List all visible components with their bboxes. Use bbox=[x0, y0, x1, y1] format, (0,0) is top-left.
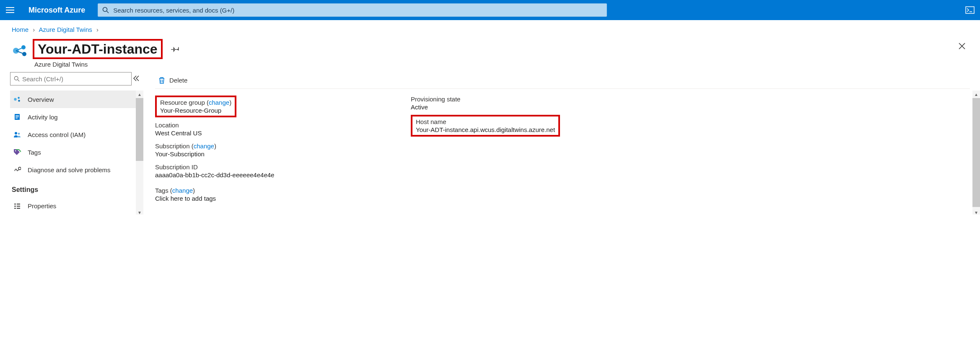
breadcrumb-home[interactable]: Home bbox=[12, 26, 29, 33]
add-tags-link[interactable]: Click here to add tags bbox=[155, 195, 407, 202]
sidebar-item-access-control[interactable]: Access control (IAM) bbox=[10, 126, 143, 143]
delete-button-label: Delete bbox=[169, 77, 187, 84]
sidebar-item-activity-log[interactable]: Activity log bbox=[10, 108, 143, 126]
sidebar-item-diagnose[interactable]: Diagnose and solve problems bbox=[10, 161, 143, 178]
page-subtitle: Azure Digital Twins bbox=[34, 61, 182, 68]
svg-point-17 bbox=[15, 132, 17, 134]
label-text: Resource group bbox=[160, 99, 205, 106]
label-text: Subscription bbox=[155, 142, 190, 150]
sidebar-nav: Overview Activity log Access control (IA… bbox=[10, 91, 143, 178]
trash-icon bbox=[158, 77, 165, 84]
change-tags-link[interactable]: change bbox=[172, 187, 193, 194]
svg-point-18 bbox=[18, 133, 20, 135]
properties-icon bbox=[13, 202, 22, 209]
command-bar: Delete bbox=[155, 72, 970, 89]
sidebar: Overview Activity log Access control (IA… bbox=[0, 72, 143, 215]
digital-twins-icon bbox=[13, 96, 22, 103]
svg-rect-24 bbox=[14, 208, 16, 209]
host-name-label: Host name bbox=[416, 118, 555, 125]
page-title: Your-ADT-instance bbox=[38, 41, 158, 57]
scroll-up-icon[interactable]: ▲ bbox=[972, 91, 980, 98]
svg-rect-16 bbox=[16, 118, 18, 119]
main-content: Delete Resource group (change) Your-Reso… bbox=[143, 72, 980, 215]
change-subscription-link[interactable]: change bbox=[194, 142, 214, 150]
close-blade-button[interactable] bbox=[956, 40, 968, 54]
svg-rect-14 bbox=[16, 115, 19, 116]
people-icon bbox=[13, 131, 22, 138]
resource-group-label: Resource group (change) bbox=[160, 99, 231, 106]
sidebar-item-tags[interactable]: Tags bbox=[10, 143, 143, 161]
search-icon bbox=[102, 7, 109, 13]
close-icon bbox=[958, 42, 966, 50]
provisioning-state-label: Provisioning state bbox=[411, 96, 662, 103]
sidebar-item-label: Properties bbox=[28, 202, 56, 210]
location-value: West Central US bbox=[155, 129, 407, 137]
sidebar-item-label: Access control (IAM) bbox=[28, 131, 86, 138]
svg-point-11 bbox=[18, 97, 20, 99]
resource-group-field-highlight: Resource group (change) Your-Resource-Gr… bbox=[155, 96, 236, 117]
global-search-input[interactable] bbox=[113, 7, 602, 14]
pin-icon bbox=[171, 44, 179, 53]
global-search[interactable] bbox=[98, 3, 607, 17]
cloud-shell-button[interactable] bbox=[960, 0, 980, 20]
svg-rect-15 bbox=[16, 116, 19, 117]
svg-rect-2 bbox=[966, 7, 974, 13]
scrollbar-thumb[interactable] bbox=[972, 98, 980, 207]
breadcrumb: Home › Azure Digital Twins › bbox=[0, 20, 980, 36]
sidebar-item-label: Overview bbox=[28, 96, 54, 103]
activity-log-icon bbox=[13, 114, 22, 120]
scroll-down-icon[interactable]: ▼ bbox=[972, 209, 980, 215]
sidebar-item-overview[interactable]: Overview bbox=[10, 91, 143, 108]
subscription-label: Subscription (change) bbox=[155, 142, 407, 150]
svg-line-9 bbox=[18, 80, 19, 81]
hamburger-icon bbox=[6, 7, 14, 13]
svg-rect-20 bbox=[14, 204, 16, 204]
sidebar-item-properties[interactable]: Properties bbox=[10, 197, 143, 215]
sidebar-nav-settings: Properties bbox=[10, 197, 143, 215]
chevron-right-icon: › bbox=[33, 26, 35, 33]
resource-group-value[interactable]: Your-Resource-Group bbox=[160, 107, 231, 114]
pin-button[interactable] bbox=[169, 42, 182, 57]
hamburger-menu[interactable] bbox=[0, 0, 20, 20]
svg-rect-23 bbox=[17, 206, 20, 207]
sidebar-item-label: Diagnose and solve problems bbox=[28, 166, 111, 173]
sidebar-search-input[interactable] bbox=[22, 75, 128, 83]
svg-rect-21 bbox=[17, 204, 20, 204]
search-icon bbox=[14, 76, 20, 82]
sidebar-search[interactable] bbox=[10, 72, 132, 85]
chevron-right-icon: › bbox=[96, 26, 99, 33]
location-label: Location bbox=[155, 122, 407, 129]
tags-icon bbox=[13, 149, 22, 155]
diagnose-icon bbox=[13, 166, 22, 173]
svg-rect-22 bbox=[14, 206, 16, 207]
breadcrumb-parent[interactable]: Azure Digital Twins bbox=[39, 26, 92, 33]
sidebar-item-label: Tags bbox=[28, 149, 41, 156]
svg-point-19 bbox=[15, 150, 16, 152]
svg-line-1 bbox=[107, 11, 109, 13]
delete-button[interactable]: Delete bbox=[155, 75, 191, 86]
subscription-value[interactable]: Your-Subscription bbox=[155, 150, 407, 158]
brand-logo[interactable]: Microsoft Azure bbox=[20, 6, 98, 15]
subscription-id-label: Subscription ID bbox=[155, 163, 407, 171]
svg-point-8 bbox=[14, 76, 18, 80]
change-resource-group-link[interactable]: change bbox=[209, 99, 229, 106]
svg-point-0 bbox=[103, 8, 107, 12]
chevron-double-left-icon bbox=[132, 75, 140, 82]
tags-label: Tags (change) bbox=[155, 187, 407, 194]
svg-point-10 bbox=[14, 98, 16, 101]
essentials-grid: Resource group (change) Your-Resource-Gr… bbox=[155, 96, 970, 202]
label-text: Tags bbox=[155, 187, 169, 194]
blade-header: Your-ADT-instance Azure Digital Twins bbox=[0, 36, 980, 72]
cloud-shell-icon bbox=[965, 6, 975, 14]
svg-point-12 bbox=[18, 100, 20, 102]
digital-twins-icon bbox=[12, 42, 29, 59]
subscription-id-value: aaaa0a0a-bb1b-cc2c-dd3d-eeeeee4e4e4e bbox=[155, 171, 407, 178]
main-scrollbar[interactable]: ▲ ▼ bbox=[972, 91, 980, 215]
provisioning-state-value: Active bbox=[411, 103, 662, 111]
host-name-field-highlight: Host name Your-ADT-instance.api.wcus.dig… bbox=[411, 115, 560, 137]
page-title-highlight: Your-ADT-instance bbox=[33, 39, 163, 59]
host-name-value: Your-ADT-instance.api.wcus.digitaltwins.… bbox=[416, 126, 555, 133]
sidebar-item-label: Activity log bbox=[28, 114, 58, 121]
collapse-sidebar-button[interactable] bbox=[132, 75, 140, 83]
topbar: Microsoft Azure bbox=[0, 0, 980, 20]
